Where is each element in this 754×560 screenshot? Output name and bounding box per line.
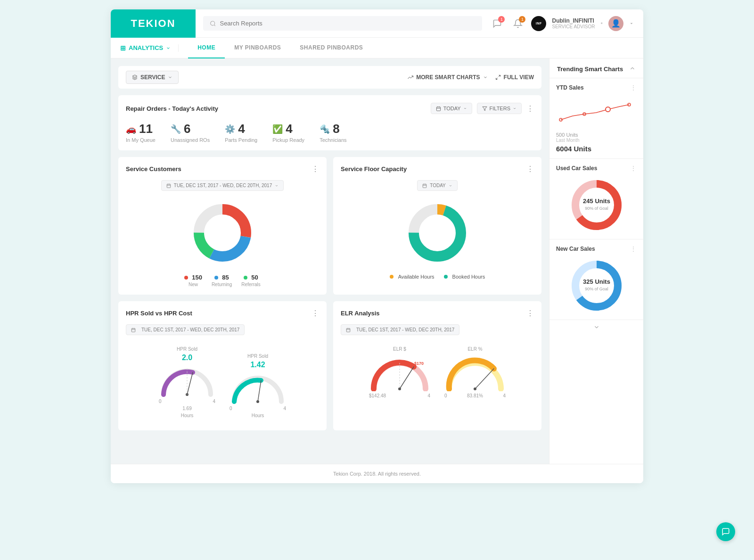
sf-date-filter[interactable]: TODAY — [417, 180, 458, 191]
parts-icon: ⚙️ — [225, 124, 235, 134]
today-chevron-icon — [463, 107, 467, 110]
queue-value: 11 — [139, 122, 153, 136]
returning-label: Returning — [212, 282, 232, 287]
sc-menu[interactable]: ⋮ — [311, 165, 319, 173]
smart-charts-label: MORE SMART CHARTS — [416, 74, 480, 81]
sidebar-scroll-down[interactable] — [549, 320, 643, 334]
ro-stats: 🚗 11 In My Queue 🔧 6 Unassigned ROs — [126, 122, 534, 143]
main-layout: SERVICE MORE SMART CHARTS — [111, 58, 643, 464]
hpr-menu[interactable]: ⋮ — [311, 309, 319, 318]
filters-label: FILTERS — [490, 106, 510, 111]
user-role: SERVICE ADVISOR — [552, 24, 595, 29]
sidebar-title: Trending Smart Charts — [557, 66, 623, 73]
user-name: Dublin_INFINITI — [552, 17, 595, 24]
svg-line-28 — [187, 372, 193, 395]
full-view-button[interactable]: FULL VIEW — [495, 74, 534, 81]
elr-percent-scale: 0 83.81% 4 — [444, 393, 506, 398]
hpr-gauges: HPR Sold 2.0 — [126, 342, 319, 423]
hpr-cost-max: 4 — [283, 406, 286, 411]
hpr-sold-label: HPR Sold — [177, 346, 197, 352]
sidebar: Trending Smart Charts YTD Sales ⋮ — [549, 58, 643, 464]
used-car-sales-card: Used Car Sales ⋮ 245 Units 90% of Goal — [549, 159, 643, 239]
ytd-500-units: 500 Units — [556, 132, 578, 138]
used-car-menu[interactable]: ⋮ — [630, 165, 637, 172]
logo-area: TEKION — [111, 9, 196, 38]
hpr-date-filter[interactable]: TUE, DEC 1ST, 2017 - WED, DEC 20TH, 2017 — [126, 324, 245, 335]
elr-date-filter[interactable]: TUE, DEC 1ST, 2017 - WED, DEC 20TH, 2017 — [341, 324, 459, 335]
new-car-menu[interactable]: ⋮ — [630, 245, 637, 253]
referrals-dot — [244, 276, 247, 280]
elr-percent-item: ELR % 0 83.81% 4 — [444, 346, 506, 398]
elr-calendar-icon — [346, 328, 351, 332]
repair-orders-menu[interactable]: ⋮ — [526, 104, 534, 113]
new-label: New — [188, 282, 198, 287]
nav-analytics[interactable]: ⊞ ANALYTICS — [120, 44, 179, 52]
svg-line-3 — [496, 78, 498, 80]
today-button[interactable]: TODAY — [431, 103, 472, 114]
logo: TEKION — [131, 17, 175, 30]
sc-title: Service Customers — [126, 165, 181, 173]
svg-text:90% of Goal: 90% of Goal — [585, 206, 608, 211]
tech-label: Technicians — [320, 137, 346, 143]
hpr-sold-gauge-svg — [159, 364, 215, 397]
svg-rect-4 — [436, 107, 440, 110]
filters-button[interactable]: FILTERS — [477, 103, 522, 114]
smart-charts-chevron-icon — [483, 75, 488, 80]
parts-label: Parts Pending — [225, 137, 257, 143]
avatar[interactable]: 👤 — [608, 16, 623, 31]
service-floor-donut — [402, 198, 473, 268]
tab-my-pinboards[interactable]: MY PINBOARDS — [225, 38, 290, 58]
pickup-value: 4 — [286, 122, 292, 136]
search-input[interactable] — [220, 20, 475, 27]
svg-text:245 Units: 245 Units — [583, 198, 610, 205]
bell-btn[interactable]: 1 — [510, 16, 525, 31]
sc-date-filter[interactable]: TUE, DEC 1ST, 2017 - WED, DEC 20TH, 2017 — [161, 180, 284, 191]
filters-chevron-icon — [513, 107, 516, 110]
svg-rect-33 — [346, 328, 350, 332]
elr-percent-gauge-svg — [444, 354, 506, 391]
elr-percent-label: ELR % — [467, 346, 482, 352]
filter-icon — [482, 106, 487, 111]
legend-new: 150 New — [184, 274, 202, 287]
svg-text:$170: $170 — [414, 361, 424, 366]
smart-charts-button[interactable]: MORE SMART CHARTS — [408, 74, 487, 81]
sidebar-collapse-button[interactable] — [629, 65, 636, 73]
ro-controls: TODAY FILTERS — [431, 103, 534, 114]
elr-dollar-scale: $142.48 4 — [369, 393, 430, 398]
hpr-cost-min: 0 — [229, 406, 232, 411]
elr-percent-min: 0 — [444, 393, 447, 398]
used-car-donut-wrapper: 245 Units 90% of Goal — [556, 177, 637, 233]
sf-calendar-icon — [422, 183, 427, 188]
ytd-menu[interactable]: ⋮ — [630, 84, 637, 91]
tab-home[interactable]: HOME — [188, 38, 225, 58]
svg-line-38 — [400, 367, 414, 389]
search-bar[interactable] — [203, 16, 482, 31]
toolbar-right: MORE SMART CHARTS FULL VIEW — [408, 74, 534, 81]
service-button[interactable]: SERVICE — [126, 71, 179, 84]
hpr-cost-gauge-svg — [229, 371, 286, 404]
tab-shared-pinboards[interactable]: SHARED PINBOARDS — [290, 38, 372, 58]
analytics-label: ANALYTICS — [129, 44, 163, 51]
booked-label: Booked Hours — [452, 274, 485, 280]
sf-menu[interactable]: ⋮ — [526, 165, 534, 173]
svg-point-0 — [211, 21, 215, 25]
hpr-sold-scale: 0 4 — [159, 399, 215, 404]
service-customers-donut — [187, 198, 258, 268]
hpr-cost-label: HPR Sold — [247, 354, 268, 359]
service-label: SERVICE — [140, 74, 165, 81]
brand-logo: INF — [531, 16, 546, 31]
ytd-sub: 500 Units — [556, 132, 637, 138]
sf-date-chevron-icon — [449, 184, 452, 188]
new-value: 150 — [192, 274, 202, 281]
user-info: Dublin_INFINITI SERVICE ADVISOR — [552, 17, 595, 29]
unassigned-icon: 🔧 — [171, 124, 181, 134]
content-area: SERVICE MORE SMART CHARTS — [111, 58, 549, 464]
svg-rect-17 — [423, 184, 426, 188]
chat-notification-btn[interactable]: 1 — [490, 16, 505, 31]
chart-icon — [408, 74, 413, 80]
svg-point-39 — [398, 387, 401, 390]
elr-dollar-mid: 4 — [427, 393, 430, 398]
elr-menu[interactable]: ⋮ — [526, 309, 534, 318]
sf-legend-available: Available Hours — [390, 274, 434, 280]
unassigned-value: 6 — [184, 122, 190, 136]
